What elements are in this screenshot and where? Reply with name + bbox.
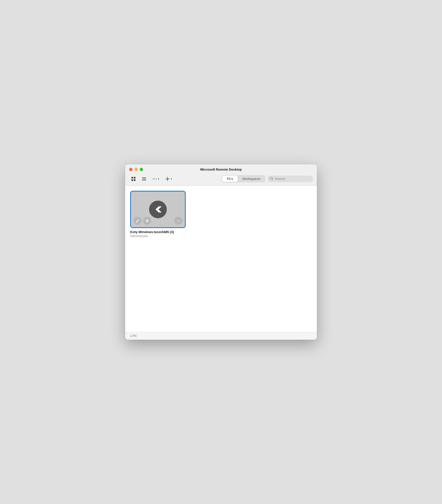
more-options-button[interactable]: ▾ bbox=[150, 175, 161, 182]
tab-pcs[interactable]: PCs bbox=[222, 176, 238, 182]
grid-view-button[interactable] bbox=[129, 175, 138, 182]
ellipsis-icon bbox=[152, 177, 157, 181]
trash-icon bbox=[145, 219, 149, 223]
svg-point-9 bbox=[156, 178, 157, 179]
svg-rect-3 bbox=[134, 179, 136, 181]
svg-rect-2 bbox=[131, 179, 133, 181]
content-area: Koty-Windows-tesst3485 (3) Administrator bbox=[125, 186, 317, 332]
titlebar: Microsoft Remote Desktop bbox=[125, 164, 317, 186]
pc-user: Administrator bbox=[130, 234, 186, 238]
plus-icon bbox=[165, 177, 170, 181]
list-icon bbox=[142, 177, 146, 181]
svg-rect-5 bbox=[142, 179, 146, 179]
svg-point-11 bbox=[177, 220, 178, 221]
search-input[interactable] bbox=[275, 177, 305, 181]
more-options-chevron: ▾ bbox=[158, 177, 159, 180]
rdp-logo-icon bbox=[153, 204, 163, 215]
svg-rect-1 bbox=[134, 177, 136, 179]
add-button[interactable]: ▾ bbox=[163, 175, 174, 182]
pencil-icon bbox=[136, 219, 140, 223]
add-chevron: ▾ bbox=[171, 177, 172, 180]
svg-point-13 bbox=[179, 220, 180, 221]
traffic-lights bbox=[129, 168, 143, 171]
window-title: Microsoft Remote Desktop bbox=[200, 168, 242, 171]
maximize-button[interactable] bbox=[140, 168, 143, 171]
search-box[interactable] bbox=[267, 176, 313, 182]
rdp-icon bbox=[149, 201, 167, 218]
search-icon bbox=[270, 177, 273, 181]
close-button[interactable] bbox=[129, 168, 132, 171]
pc-card[interactable]: Koty-Windows-tesst3485 (3) Administrator bbox=[130, 191, 186, 238]
svg-point-12 bbox=[178, 220, 179, 221]
svg-rect-6 bbox=[142, 180, 146, 180]
pc-count-label: 1 PC bbox=[130, 334, 137, 338]
app-window: Microsoft Remote Desktop bbox=[125, 164, 317, 340]
card-action-left bbox=[133, 217, 151, 225]
pc-name: Koty-Windows-tesst3485 (3) bbox=[130, 230, 186, 234]
statusbar: 1 PC bbox=[125, 332, 317, 340]
card-more-options-button[interactable] bbox=[174, 217, 182, 225]
list-view-button[interactable] bbox=[140, 175, 148, 182]
card-actions bbox=[133, 217, 182, 225]
edit-button[interactable] bbox=[133, 217, 142, 225]
svg-rect-4 bbox=[142, 177, 146, 178]
card-ellipsis-icon bbox=[177, 219, 180, 223]
pc-thumbnail[interactable] bbox=[130, 191, 186, 228]
svg-point-8 bbox=[154, 178, 155, 179]
toolbar: ▾ ▾ PCs Workspaces bbox=[125, 173, 317, 185]
delete-button[interactable] bbox=[143, 217, 151, 225]
grid-icon bbox=[131, 177, 136, 181]
tab-group: PCs Workspaces bbox=[222, 175, 265, 182]
minimize-button[interactable] bbox=[134, 168, 138, 171]
titlebar-top: Microsoft Remote Desktop bbox=[125, 164, 317, 173]
tab-workspaces[interactable]: Workspaces bbox=[238, 176, 265, 182]
pc-grid: Koty-Windows-tesst3485 (3) Administrator bbox=[130, 191, 312, 238]
svg-point-7 bbox=[153, 178, 154, 179]
svg-rect-0 bbox=[131, 177, 133, 179]
